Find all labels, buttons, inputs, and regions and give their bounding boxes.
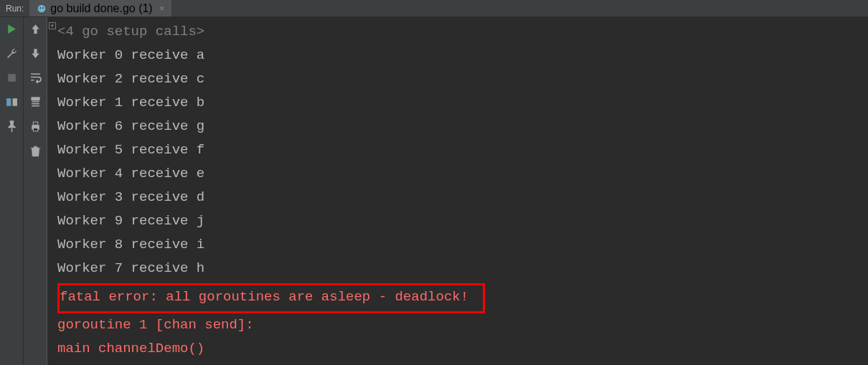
close-icon[interactable]: ×: [156, 3, 165, 14]
console-line: Worker 2 receive c: [57, 71, 204, 87]
down-arrow-icon[interactable]: [29, 47, 42, 60]
console-line: goroutine 1 [chan send]:: [57, 317, 254, 333]
soft-wrap-icon[interactable]: [29, 72, 42, 84]
svg-point-0: [38, 4, 46, 12]
run-toolbar-left: [0, 17, 24, 365]
svg-rect-5: [12, 98, 16, 106]
stop-icon[interactable]: [6, 72, 18, 84]
layout-icon[interactable]: [6, 96, 18, 108]
console-line: Worker 4 receive e: [57, 166, 204, 181]
run-toolbar-right: [24, 17, 47, 365]
console-line: Worker 5 receive f: [57, 142, 204, 158]
console-line: Worker 3 receive d: [57, 189, 204, 205]
console-line: Worker 9 receive j: [57, 213, 204, 229]
wrench-icon[interactable]: [6, 47, 18, 60]
up-arrow-icon[interactable]: [29, 23, 42, 35]
console-line: main channelDemo(): [57, 341, 204, 356]
console-line: Worker 0 receive a: [57, 47, 204, 63]
console-line: Worker 6 receive g: [57, 118, 204, 134]
error-highlight: fatal error: all goroutines are asleep -…: [57, 283, 485, 313]
svg-point-1: [40, 7, 42, 9]
console-line: Worker 1 receive b: [57, 95, 204, 110]
trash-icon[interactable]: [29, 145, 42, 157]
svg-point-2: [42, 7, 44, 9]
svg-rect-8: [33, 128, 37, 131]
console-text: <4 go setup calls> Worker 0 receive a Wo…: [47, 17, 868, 361]
panel-label: Run:: [0, 4, 29, 14]
svg-rect-4: [6, 98, 11, 106]
folded-region[interactable]: <4 go setup calls>: [57, 24, 204, 39]
run-panel-header: Run: go build done.go (1) ×: [0, 0, 868, 17]
print-icon[interactable]: [29, 120, 42, 133]
go-file-icon: [37, 4, 47, 14]
svg-rect-7: [33, 122, 37, 125]
console-line: Worker 7 receive h: [57, 260, 204, 276]
tab-title: go build done.go (1): [50, 2, 152, 15]
run-tab[interactable]: go build done.go (1) ×: [29, 0, 171, 16]
rerun-icon[interactable]: [6, 23, 18, 35]
expand-fold-icon[interactable]: +: [49, 22, 56, 29]
svg-rect-3: [8, 74, 16, 82]
scroll-end-icon[interactable]: [29, 96, 42, 108]
pin-icon[interactable]: [6, 120, 18, 133]
console-line: Worker 8 receive i: [57, 237, 204, 252]
console-output[interactable]: + <4 go setup calls> Worker 0 receive a …: [47, 17, 868, 365]
